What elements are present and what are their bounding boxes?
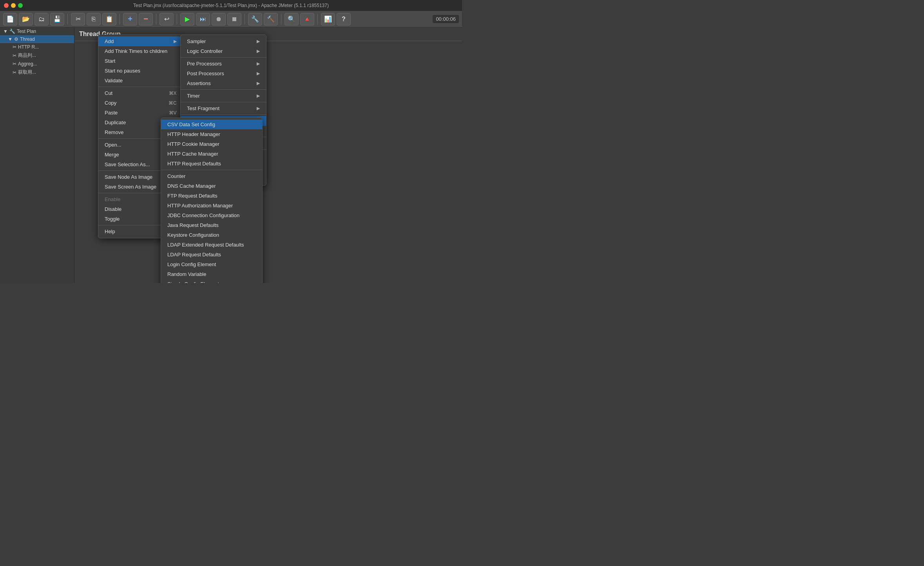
minimize-button[interactable] <box>11 3 16 8</box>
undo-button[interactable]: ↩ <box>159 13 174 25</box>
cut-button[interactable]: ✂ <box>71 13 85 25</box>
search-button[interactable]: 🔍 <box>284 13 299 25</box>
paste-button[interactable]: 📋 <box>102 13 116 25</box>
log-button[interactable]: 🔺 <box>300 13 314 25</box>
scissors-icon: ✂ <box>13 61 16 67</box>
config-item-http-request-defaults[interactable]: HTTP Request Defaults <box>161 159 262 169</box>
sidebar-item-csv[interactable]: ✂ 商品列... <box>0 51 74 60</box>
config-item-dns-cache-manager[interactable]: DNS Cache Manager <box>161 181 262 191</box>
toolbar-separator-4 <box>177 14 177 25</box>
save-button[interactable]: 💾 <box>50 13 64 25</box>
menu-item-validate[interactable]: Validate <box>98 76 183 85</box>
scissors-icon: ✂ <box>13 53 16 58</box>
config-item-random-variable[interactable]: Random Variable <box>161 269 262 279</box>
config-item-ftp-request-defaults[interactable]: FTP Request Defaults <box>161 191 262 201</box>
stop-now-button[interactable]: ⏹ <box>227 13 241 25</box>
help-button[interactable]: ? <box>337 13 351 25</box>
submenu-add-pre-processors[interactable]: Pre Processors ▶ <box>181 59 266 69</box>
clear-button[interactable]: 🔧 <box>248 13 262 25</box>
config-item-simple-config[interactable]: Simple Config Element <box>161 279 262 283</box>
remove-button[interactable]: − <box>139 13 153 25</box>
copy-button[interactable]: ⎘ <box>87 13 101 25</box>
run-no-pause-button[interactable]: ⏭ <box>196 13 210 25</box>
config-item-http-cache-manager[interactable]: HTTP Cache Manager <box>161 149 262 159</box>
testplan-label: Test Plan <box>17 29 36 34</box>
menu-label-post-processors: Post Processors <box>187 71 224 76</box>
aggregate-label: Aggreg... <box>18 61 37 67</box>
table-button[interactable]: 📊 <box>321 13 335 25</box>
submenu-add-logic-controller[interactable]: Logic Controller ▶ <box>181 46 266 56</box>
main-layout: ▼ 🔧 Test Plan ▼ ⚙ Thread ✂ HTTP R... ✂ 商… <box>0 27 462 283</box>
titlebar: Test Plan.jmx (/usr/local/apache-jmeter-… <box>0 0 462 11</box>
menu-label-enable: Enable <box>105 196 120 202</box>
submenu-add-sampler[interactable]: Sampler ▶ <box>181 36 266 46</box>
clear-all-button[interactable]: 🔨 <box>264 13 278 25</box>
stop-button[interactable]: ⏺ <box>212 13 226 25</box>
config-item-jdbc-connection[interactable]: JDBC Connection Configuration <box>161 210 262 220</box>
submenu-add-assertions[interactable]: Assertions ▶ <box>181 78 266 88</box>
save-template-button[interactable]: 🗂 <box>34 13 49 25</box>
config-item-csv-data-set[interactable]: CSV Data Set Config <box>161 120 262 129</box>
config-item-java-request-defaults[interactable]: Java Request Defaults <box>161 220 262 230</box>
menu-label-http-header-manager: HTTP Header Manager <box>167 131 220 137</box>
config-item-counter[interactable]: Counter <box>161 171 262 181</box>
config-item-http-header-manager[interactable]: HTTP Header Manager <box>161 129 262 139</box>
config-sep-1 <box>161 170 262 170</box>
gear-icon: ⚙ <box>14 36 18 42</box>
config-item-keystore[interactable]: Keystore Configuration <box>161 230 262 240</box>
sidebar-item-testplan[interactable]: ▼ 🔧 Test Plan <box>0 27 74 35</box>
toolbar-separator-2 <box>120 14 120 25</box>
submenu-add-timer[interactable]: Timer ▶ <box>181 91 266 101</box>
menu-label-start: Start <box>105 58 115 64</box>
plan-icon: 🔧 <box>9 29 15 34</box>
sidebar-item-thread[interactable]: ▼ ⚙ Thread <box>0 35 74 43</box>
menu-label-dns-cache-manager: DNS Cache Manager <box>167 183 216 189</box>
menu-label-validate: Validate <box>105 78 123 83</box>
config-item-http-cookie-manager[interactable]: HTTP Cookie Manager <box>161 139 262 149</box>
menu-label-toggle: Toggle <box>105 216 120 222</box>
open-button[interactable]: 📂 <box>19 13 33 25</box>
maximize-button[interactable] <box>18 3 23 8</box>
menu-label-pre-processors: Pre Processors <box>187 61 222 67</box>
sidebar-item-http[interactable]: ✂ HTTP R... <box>0 43 74 51</box>
sidebar-item-aggregate[interactable]: ✂ Aggreg... <box>0 60 74 68</box>
triangle-icon: ▼ <box>3 29 8 34</box>
menu-item-paste[interactable]: Paste ⌘V <box>98 108 183 118</box>
shortcut-paste: ⌘V <box>169 110 177 116</box>
toolbar-separator-5 <box>245 14 245 25</box>
menu-item-start-no-pauses[interactable]: Start no pauses <box>98 66 183 76</box>
menu-label-disable: Disable <box>105 206 121 212</box>
toolbar-separator-1 <box>67 14 68 25</box>
menu-label-duplicate: Duplicate <box>105 120 126 125</box>
shortcut-copy: ⌘C <box>168 100 177 106</box>
menu-label-keystore: Keystore Configuration <box>167 232 219 238</box>
menu-label-save-selection: Save Selection As... <box>105 161 150 167</box>
config-item-http-auth-manager[interactable]: HTTP Authorization Manager <box>161 201 262 210</box>
menu-item-copy[interactable]: Copy ⌘C <box>98 98 183 108</box>
menu-item-start[interactable]: Start <box>98 56 183 66</box>
new-button[interactable]: 📄 <box>3 13 17 25</box>
menu-label-ldap-extended: LDAP Extended Request Defaults <box>167 242 244 248</box>
menu-label-save-screen-image: Save Screen As Image <box>105 184 156 190</box>
menu-label-add: Add <box>105 38 114 44</box>
close-button[interactable] <box>4 3 9 8</box>
menu-item-think-times[interactable]: Add Think Times to children <box>98 46 183 56</box>
menu-label-paste: Paste <box>105 110 118 116</box>
menu-label-sampler: Sampler <box>187 38 206 44</box>
submenu-add-test-fragment[interactable]: Test Fragment ▶ <box>181 103 266 113</box>
config-item-ldap-request-defaults[interactable]: LDAP Request Defaults <box>161 250 262 259</box>
submenu-arrow-icon: ▶ <box>174 39 177 44</box>
menu-label-copy: Copy <box>105 100 116 106</box>
shortcut-cut: ⌘X <box>169 91 177 96</box>
config-item-login-config[interactable]: Login Config Element <box>161 259 262 269</box>
timer-display: 00:00:06 <box>433 15 459 23</box>
run-button[interactable]: ▶ <box>180 13 194 25</box>
menu-label-start-no-pauses: Start no pauses <box>105 68 140 74</box>
submenu-arrow-icon: ▶ <box>257 39 260 44</box>
submenu-add-post-processors[interactable]: Post Processors ▶ <box>181 69 266 78</box>
config-item-ldap-extended[interactable]: LDAP Extended Request Defaults <box>161 240 262 250</box>
add-button[interactable]: + <box>123 13 137 25</box>
menu-item-cut[interactable]: Cut ⌘X <box>98 88 183 98</box>
menu-item-add[interactable]: Add ▶ <box>98 36 183 46</box>
sidebar-item-extract[interactable]: ✂ 获取用... <box>0 68 74 77</box>
